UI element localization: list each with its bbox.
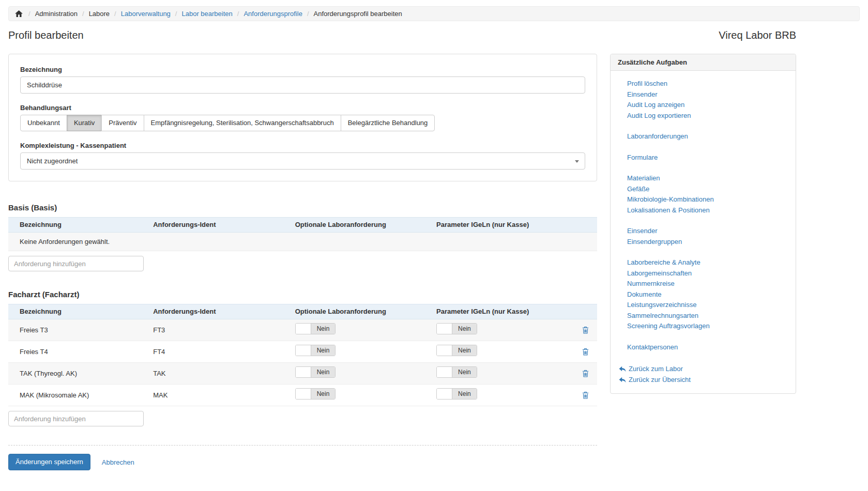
table-row: Freies T4 FT4 Nein Nein [8, 341, 597, 363]
table-row: Freies T3 FT3 Nein Nein [8, 319, 597, 341]
parameter-igeln-toggle[interactable]: Nein [436, 366, 477, 378]
breadcrumb-separator: / [28, 10, 31, 18]
optional-laboranforderung-toggle[interactable]: Nein [295, 323, 336, 334]
behandlungsart-option-empfaengnisregelung[interactable]: Empfängnisregelung, Sterilisation, Schwa… [144, 115, 341, 131]
column-header-optional: Optionale Laboranforderung [291, 218, 432, 232]
sidebar-link-profil-loeschen[interactable]: Profil löschen [619, 79, 787, 89]
column-header-parameter: Parameter IGeLn (nur Kasse) [432, 218, 571, 232]
back-to-overview-link[interactable]: Zurück zur Übersicht [619, 375, 787, 386]
optional-laboranforderung-toggle[interactable]: Nein [295, 388, 336, 400]
breadcrumb-item-labor-bearbeiten[interactable]: Labor bearbeiten [181, 10, 232, 18]
sidebar-group-profile: Profil löschen Einsender Audit Log anzei… [619, 79, 787, 121]
breadcrumb-separator: / [175, 10, 177, 18]
optional-laboranforderung-toggle[interactable]: Nein [295, 345, 336, 356]
row-ident: FT4 [149, 343, 291, 361]
sidebar-link-mikrobiologie-kombinationen[interactable]: Mikrobiologie-Kombinationen [619, 194, 787, 205]
row-bezeichnung: Freies T4 [8, 343, 149, 361]
sidebar-group-formulare: Formulare [619, 152, 787, 163]
behandlungsart-label: Behandlungsart [20, 104, 585, 112]
row-ident: FT3 [149, 321, 291, 339]
back-to-labor-link[interactable]: Zurück zum Labor [619, 364, 787, 375]
breadcrumb-separator: / [82, 10, 84, 18]
delete-row-icon[interactable] [582, 391, 589, 399]
sidebar-link-gefaesse[interactable]: Gefäße [619, 184, 787, 195]
profile-form-card: Bezeichnung Behandlungsart Unbekannt Kur… [8, 54, 597, 181]
sidebar-group-material: Materialien Gefäße Mikrobiologie-Kombina… [619, 173, 787, 216]
save-button[interactable]: Änderungen speichern [8, 454, 90, 470]
footer-actions: Änderungen speichern Abbrechen [8, 446, 597, 479]
behandlungsart-option-unbekannt[interactable]: Unbekannt [20, 115, 67, 131]
toggle-value: Nein [452, 345, 477, 356]
breadcrumb-item-anforderungsprofile[interactable]: Anforderungsprofile [243, 10, 302, 18]
breadcrumb-item-administration: Administration [35, 10, 78, 18]
sidebar-link-lokalisationen-positionen[interactable]: Lokalisationen & Positionen [619, 205, 787, 216]
delete-row-icon[interactable] [582, 370, 589, 377]
facharzt-section-title: Facharzt (Facharzt) [8, 290, 597, 299]
sidebar-link-laborbereiche-analyte[interactable]: Laborbereiche & Analyte [619, 257, 787, 268]
sidebar-link-sammelrechnungsarten[interactable]: Sammelrechnungsarten [619, 311, 787, 321]
sidebar-link-audit-log-anzeigen[interactable]: Audit Log anzeigen [619, 100, 787, 111]
sidebar-link-einsender-2[interactable]: Einsender [619, 226, 787, 237]
sidebar-link-materialien[interactable]: Materialien [619, 173, 787, 184]
column-header-optional: Optionale Laboranforderung [291, 304, 432, 319]
cancel-link[interactable]: Abbrechen [102, 458, 134, 466]
optional-laboranforderung-toggle[interactable]: Nein [295, 366, 336, 378]
sidebar-link-einsendergruppen[interactable]: Einsendergruppen [619, 237, 787, 248]
sidebar-link-screening-auftragsvorlagen[interactable]: Screening Auftragsvorlagen [619, 321, 787, 332]
sidebar-link-laborgemeinschaften[interactable]: Laborgemeinschaften [619, 268, 787, 279]
content: Bezeichnung Behandlungsart Unbekannt Kur… [8, 54, 796, 479]
sidebar-link-kontaktpersonen[interactable]: Kontaktpersonen [619, 342, 787, 353]
delete-row-icon[interactable] [582, 326, 589, 334]
reply-arrow-icon [619, 377, 626, 383]
sidebar-link-leistungsverzeichnisse[interactable]: Leistungsverzeichnisse [619, 300, 787, 311]
sidebar-back-links: Zurück zum Labor Zurück zur Übersicht [619, 364, 787, 385]
toggle-empty-segment [296, 324, 311, 334]
toggle-value: Nein [311, 324, 336, 334]
empty-state-text: Keine Anforderungen gewählt. [8, 233, 597, 251]
bezeichnung-input[interactable] [20, 76, 585, 94]
basis-table: Bezeichnung Anforderungs-Ident Optionale… [8, 217, 597, 251]
sidebar-additional-tasks: Zusätzliche Aufgaben Profil löschen Eins… [610, 54, 796, 394]
toggle-value: Nein [452, 324, 477, 334]
toggle-value: Nein [311, 345, 336, 356]
sidebar-link-dokumente[interactable]: Dokumente [619, 289, 787, 300]
toggle-empty-segment [437, 324, 452, 334]
breadcrumb-separator: / [237, 10, 239, 18]
main-column: Bezeichnung Behandlungsart Unbekannt Kur… [8, 54, 597, 479]
column-header-bezeichnung: Bezeichnung [8, 304, 149, 319]
sidebar-link-laboranforderungen[interactable]: Laboranforderungen [619, 131, 787, 142]
komplexleistung-select[interactable]: Nicht zugeordnet [20, 152, 585, 170]
sidebar-group-labor: Laborbereiche & Analyte Laborgemeinschaf… [619, 257, 787, 332]
sidebar-link-audit-log-exportieren[interactable]: Audit Log exportieren [619, 111, 787, 121]
facharzt-table-header: Bezeichnung Anforderungs-Ident Optionale… [8, 304, 597, 319]
parameter-igeln-toggle[interactable]: Nein [436, 345, 477, 356]
toggle-empty-segment [437, 345, 452, 356]
breadcrumb-separator: / [114, 10, 116, 18]
breadcrumb-item-laborverwaltung[interactable]: Laborverwaltung [121, 10, 171, 18]
sidebar-link-formulare[interactable]: Formulare [619, 152, 787, 163]
toggle-empty-segment [437, 389, 452, 399]
komplexleistung-selected-value: Nicht zugeordnet [27, 157, 78, 165]
komplexleistung-label: Komplexleistung - Kassenpatient [20, 142, 585, 149]
parameter-igeln-toggle[interactable]: Nein [436, 388, 477, 400]
behandlungsart-option-belegaerztlich[interactable]: Belegärztliche Behandlung [341, 115, 435, 131]
delete-row-icon[interactable] [582, 348, 589, 356]
basis-add-anforderung-input[interactable] [8, 256, 144, 271]
behandlungsart-option-kurativ[interactable]: Kurativ [67, 115, 102, 131]
behandlungsart-option-praeventiv[interactable]: Präventiv [101, 115, 144, 131]
toggle-value: Nein [452, 389, 477, 399]
sidebar-group-laboranforderungen: Laboranforderungen [619, 131, 787, 142]
basis-section-title: Basis (Basis) [8, 203, 597, 212]
facharzt-add-anforderung-input[interactable] [8, 411, 144, 426]
parameter-igeln-toggle[interactable]: Nein [436, 323, 477, 334]
sidebar-link-nummernkreise[interactable]: Nummernkreise [619, 279, 787, 289]
section-facharzt: Facharzt (Facharzt) Bezeichnung Anforder… [8, 290, 597, 426]
row-bezeichnung: Freies T3 [8, 321, 149, 339]
toggle-empty-segment [296, 389, 311, 399]
back-link-label: Zurück zur Übersicht [629, 375, 691, 386]
toggle-empty-segment [296, 367, 311, 377]
home-icon[interactable] [15, 10, 23, 17]
breadcrumb-separator: / [307, 10, 309, 18]
sidebar-link-einsender[interactable]: Einsender [619, 89, 787, 100]
table-row: TAK (Thyreogl. AK) TAK Nein Nein [8, 363, 597, 385]
